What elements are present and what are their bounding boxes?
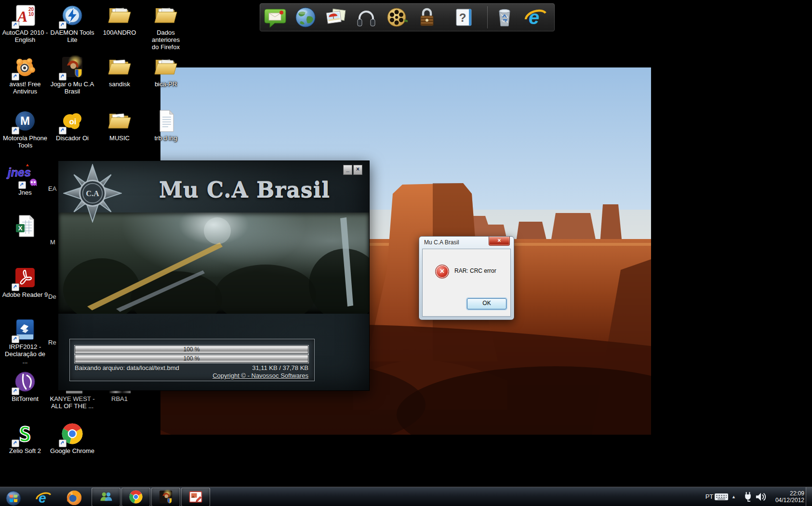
desktop-icon-irpf2012[interactable]: IRPF2012 -Declaração de ... <box>2 318 48 365</box>
show-hidden-icons-arrow[interactable]: ▲ <box>732 487 736 506</box>
help-icon[interactable]: ? <box>453 6 476 29</box>
error-message: RAR: CRC error <box>454 267 496 274</box>
video-film-reel-icon[interactable] <box>385 6 408 29</box>
internet-globe-icon[interactable] <box>294 6 317 29</box>
desktop-icon-100andro[interactable]: 100ANDRO <box>96 4 143 36</box>
error-icon: × <box>435 265 449 279</box>
picture-manager-icon <box>188 490 203 504</box>
minimize-button[interactable]: _ <box>343 165 352 175</box>
shortcut-arrow-icon <box>12 73 19 80</box>
taskbar-button-chrome[interactable] <box>121 488 150 506</box>
dialog-title[interactable]: Mu C.A Brasil <box>424 239 459 246</box>
progress-bar-file: 100 % <box>74 354 309 363</box>
icon-label: Zelio Soft 2 <box>2 447 48 454</box>
icon-label: IRPF2012 -Declaração de ... <box>2 343 48 365</box>
icon-label: Jnes <box>2 189 48 196</box>
internet-explorer-icon[interactable]: e <box>524 6 547 29</box>
icon-label: MUSIC <box>96 134 143 142</box>
shortcut-arrow-icon <box>59 439 67 447</box>
desktop-icon-excel-document[interactable]: X <box>2 214 48 240</box>
taskbar-internet-explorer[interactable]: e <box>34 488 53 506</box>
dialog-close-button[interactable]: × <box>489 237 510 246</box>
desktop-icon-trb-document[interactable]: trb d ing <box>143 109 189 142</box>
taskbar-button-mu-game[interactable] <box>151 488 180 506</box>
desktop-icon-kanye-west[interactable]: KANYE WEST -ALL OF THE ... <box>49 395 95 410</box>
desktop: { "desktop": { "icons": [ {"id":"autocad… <box>0 0 812 506</box>
desktop-icon-bica-pr[interactable]: bica-PR <box>143 55 189 88</box>
taskbar-firefox[interactable] <box>65 488 84 506</box>
internet-explorer-icon: e <box>35 490 52 506</box>
icon-label: 100ANDRO <box>96 29 143 36</box>
taskbar-button-picture-manager[interactable] <box>181 488 210 506</box>
time-text: 22:09 <box>768 490 804 497</box>
desktop-icon-adobe-reader[interactable]: Adobe Reader 9 <box>2 266 48 298</box>
progress-bar-total: 100 % <box>74 345 309 354</box>
recycle-bin-icon[interactable] <box>493 6 516 29</box>
desktop-icon-motorola[interactable]: M Motorola PhoneTools <box>2 109 48 149</box>
ok-button[interactable]: OK <box>467 298 506 309</box>
icon-label: DAEMON ToolsLite <box>49 29 95 43</box>
mail-icon[interactable] <box>264 6 287 29</box>
desktop-icon-jnes[interactable]: jnes Jnes <box>2 164 48 196</box>
progress-percent: 100 % <box>75 355 308 362</box>
clock[interactable]: 22:09 04/12/2012 <box>768 487 804 506</box>
desktop-icon-jogar-mu[interactable]: Jogar o Mu C.ABrasil <box>49 55 95 95</box>
text-document-icon <box>154 109 177 133</box>
icon-label: Motorola PhoneTools <box>2 134 48 149</box>
hidden-icon-label-fragment: M <box>50 239 55 246</box>
folder-icon <box>108 55 131 77</box>
show-desktop-button[interactable] <box>806 487 812 506</box>
svg-text:e: e <box>39 490 46 506</box>
desktop-icon-dados-firefox[interactable]: Dados anterioresdo Firefox <box>143 4 189 51</box>
start-button[interactable] <box>4 488 23 506</box>
folder-icon <box>108 4 131 25</box>
svg-text:C.A: C.A <box>86 189 99 198</box>
shortcut-arrow-icon <box>12 387 19 395</box>
copyright-link[interactable]: Copyright © - Navossoc Softwares <box>213 372 308 379</box>
folder-icon <box>154 4 177 25</box>
mu-game-icon <box>159 490 173 504</box>
photos-icon[interactable] <box>324 6 347 29</box>
desktop-icon-discador-oi[interactable]: oi Discador Oi <box>49 109 95 142</box>
volume-icon[interactable] <box>755 487 767 506</box>
desktop-icon-chrome[interactable]: Google Chrome <box>49 422 95 454</box>
icon-label: Discador Oi <box>49 134 95 142</box>
taskbar-button-messenger[interactable] <box>92 488 120 506</box>
svg-text:X: X <box>18 225 23 232</box>
desktop-icon-rba1[interactable]: RBA1 <box>96 395 143 402</box>
svg-text:jnes: jnes <box>6 166 31 179</box>
svg-text:M: M <box>20 114 30 127</box>
desktop-icon-sandisk[interactable]: sandisk <box>96 55 143 88</box>
svg-text:e: e <box>529 7 539 28</box>
music-headphones-icon[interactable] <box>355 6 378 29</box>
icon-label: Google Chrome <box>49 447 95 454</box>
desktop-icon-music[interactable]: MUSIC <box>96 109 143 142</box>
svg-text:10: 10 <box>28 12 34 17</box>
desktop-icon-autocad[interactable]: A2010 AutoCAD 2010 -English <box>2 4 48 43</box>
icon-label: KANYE WEST -ALL OF THE ... <box>49 395 95 410</box>
keyboard-icon[interactable] <box>714 487 729 506</box>
mu-ca-compass-logo-icon: C.A <box>63 164 122 223</box>
desktop-icon-daemon-tools[interactable]: DAEMON ToolsLite <box>49 4 95 43</box>
shortcut-arrow-icon <box>59 21 67 29</box>
shortcut-arrow-icon <box>12 21 19 29</box>
desktop-icon-bittorrent[interactable]: BitTorrent <box>2 370 48 402</box>
icon-label: BitTorrent <box>2 395 48 402</box>
desktop-icon-avast[interactable]: avast! FreeAntivirus <box>2 55 48 95</box>
language-indicator[interactable]: PT <box>704 487 715 506</box>
icon-label: avast! FreeAntivirus <box>2 80 48 95</box>
shortcut-arrow-icon <box>12 439 19 447</box>
power-plug-icon[interactable] <box>743 487 753 506</box>
progress-percent: 100 % <box>75 346 308 353</box>
windows-orb-icon <box>5 490 22 506</box>
window-header: C.A Mu C.A Brasil <box>58 161 369 213</box>
dialog-client-area: × RAR: CRC error OK <box>422 249 511 317</box>
battle-artwork-banner <box>58 213 369 314</box>
security-lock-icon[interactable] <box>415 6 439 29</box>
close-button[interactable]: × <box>353 165 362 175</box>
shortcut-arrow-icon <box>59 127 67 134</box>
icon-label: trb d ing <box>143 134 189 142</box>
firefox-icon <box>66 490 82 506</box>
desktop-icon-zelio[interactable]: S Zelio Soft 2 <box>2 422 48 454</box>
date-text: 04/12/2012 <box>768 497 804 504</box>
